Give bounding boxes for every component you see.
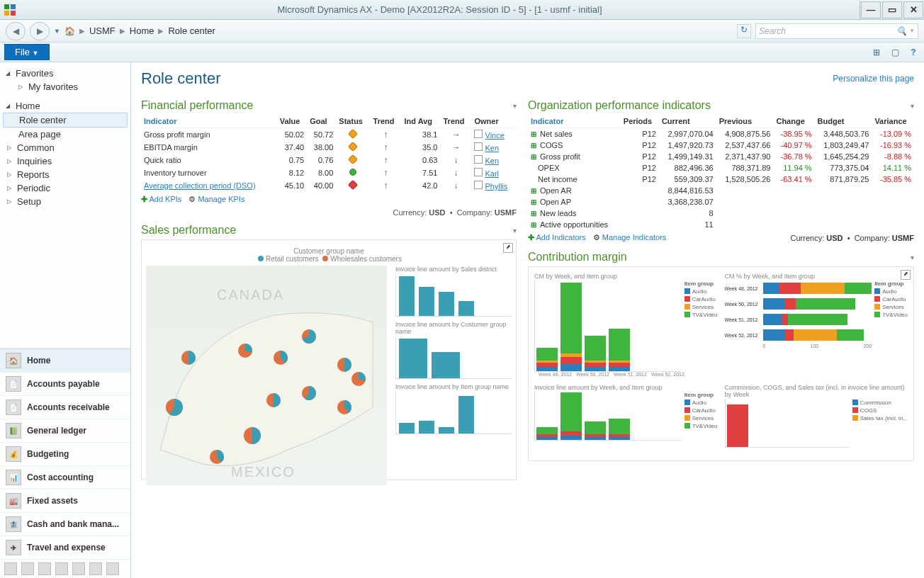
close-button[interactable]: ✕: [903, 1, 923, 18]
manage-kpi-link[interactable]: ⚙ Manage KPIs: [188, 195, 244, 204]
minimize-button[interactable]: —: [861, 1, 881, 18]
table-row[interactable]: ⊞Open AR 8,844,816.53: [528, 185, 914, 196]
module-home[interactable]: 🏠Home: [0, 349, 130, 373]
forward-button[interactable]: ▶: [30, 22, 50, 40]
file-menu[interactable]: File ▼: [4, 44, 50, 60]
refresh-button[interactable]: ↻: [737, 24, 751, 38]
nav-area-page[interactable]: Area page: [3, 128, 128, 141]
breadcrumb-item[interactable]: Home: [130, 26, 154, 36]
table-row[interactable]: ⊞Net sales P122,997,070.044,908,875.56 -…: [528, 128, 914, 140]
title-bar: Microsoft Dynamics AX - Demo [AX2012R2A:…: [0, 0, 924, 20]
mini-chart-3[interactable]: Invoice line amount by Item group name: [395, 383, 512, 434]
table-row[interactable]: Average collection period (DSO) 45.1040.…: [141, 179, 517, 192]
module-gl[interactable]: 📗General ledger: [0, 419, 130, 443]
cash-icon: 🏦: [6, 516, 21, 532]
contrib-title[interactable]: Contribution margin▾: [528, 251, 914, 264]
nav-inquiries[interactable]: ▷Inquiries: [3, 154, 128, 168]
search-icon[interactable]: 🔍: [896, 26, 907, 36]
table-row[interactable]: EBITDA margin 37.4038.00 ↑ 35.0 → Ken: [141, 141, 517, 154]
window-controls: — ▭ ✕: [860, 1, 924, 19]
table-row[interactable]: ⊞New leads 8: [528, 208, 914, 219]
maximize-button[interactable]: ▭: [882, 1, 902, 18]
ar-icon: 📄: [6, 400, 21, 415]
module-cash[interactable]: 🏦Cash and bank mana...: [0, 513, 130, 536]
travel-icon: ✈: [6, 540, 21, 555]
finperf-title[interactable]: Financial performance▾: [141, 99, 517, 112]
popout-icon[interactable]: ⬈: [503, 243, 513, 253]
salesperf-title[interactable]: Sales performance▾: [141, 224, 517, 237]
finperf-table: Indicator Value Goal Status Trend Ind Av…: [141, 115, 517, 192]
svg-rect-2: [4, 11, 9, 16]
module-travel[interactable]: ✈Travel and expense: [0, 536, 130, 560]
cost-icon: 📊: [6, 470, 21, 485]
map-legend: Customer group name Retail customers Who…: [146, 244, 512, 266]
module-fa[interactable]: 🏭Fixed assets: [0, 489, 130, 513]
nav-periodic[interactable]: ▷Periodic: [3, 181, 128, 195]
home-icon[interactable]: 🏠: [64, 26, 75, 36]
view-icon[interactable]: ⊞: [870, 46, 883, 59]
nav-setup[interactable]: ▷Setup: [3, 195, 128, 208]
table-row[interactable]: ⊞Gross profit P121,499,149.312,371,437.9…: [528, 151, 914, 162]
table-row[interactable]: Gross profit margin 50.0250.72 ↑ 38.1 → …: [141, 128, 517, 142]
nav-common[interactable]: ▷Common: [3, 141, 128, 154]
personalize-link[interactable]: Personalize this page: [833, 74, 914, 84]
back-button[interactable]: ◀: [6, 22, 26, 40]
table-row[interactable]: OPEX P12882,496.36788,371.89 11.94 %773,…: [528, 162, 914, 174]
page-title: Role center: [141, 69, 221, 88]
dropdown-icon[interactable]: ▼: [54, 28, 60, 35]
nav-tree: ◢Favorites ▷My favorites ◢Home Role cent…: [0, 62, 130, 218]
app-logo-icon: [0, 0, 20, 20]
content: Role center Personalize this page Financ…: [131, 62, 924, 578]
invoice-week-chart[interactable]: Invoice line amount by Week, and Item gr…: [534, 384, 718, 448]
table-row[interactable]: Quick ratio 0.750.76 ↑ 0.63 ↓ Ken: [141, 154, 517, 166]
table-row[interactable]: ⊞Open AP 3,368,238.07: [528, 196, 914, 208]
svg-rect-1: [11, 4, 16, 9]
contrib-chart: ⬈ CM by Week, and Item group: [528, 266, 914, 461]
home-icon: 🏠: [6, 353, 21, 368]
popout-icon[interactable]: ⬈: [901, 270, 911, 280]
table-row[interactable]: ⊞COGS P121,497,920.732,537,437.66 -40.97…: [528, 140, 914, 151]
cm-week-chart[interactable]: CM by Week, and Item group Item group: [534, 273, 718, 377]
main-area: ◢Favorites ▷My favorites ◢Home Role cent…: [0, 62, 924, 578]
orgperf-title[interactable]: Organization performance indicators▾: [528, 99, 914, 112]
orgperf-table: Indicator Periods Current Previous Chang…: [528, 115, 914, 230]
nav-home[interactable]: ◢Home: [3, 99, 128, 113]
table-row[interactable]: Net income P12559,309.371,528,505.26 -63…: [528, 174, 914, 185]
module-list: 🏠Home 📄Accounts payable 📄Accounts receiv…: [0, 348, 130, 578]
svg-rect-0: [4, 4, 9, 9]
add-kpi-link[interactable]: ✚ Add KPIs: [141, 195, 181, 204]
nav-role-center[interactable]: Role center: [3, 113, 128, 128]
module-budget[interactable]: 💰Budgeting: [0, 443, 130, 466]
breadcrumb-item[interactable]: USMF: [89, 26, 116, 36]
manage-indicator-link[interactable]: ⚙ Manage Indicators: [593, 233, 667, 242]
table-row[interactable]: Inventory turnover 8.128.00 ↑ 7.51 ↓ Kar…: [141, 166, 517, 179]
nav-reports[interactable]: ▷Reports: [3, 168, 128, 181]
fa-icon: 🏭: [6, 493, 21, 509]
nav-my-favorites[interactable]: ▷My favorites: [3, 80, 128, 94]
menu-bar: File ▼ ⊞ ▢ ?: [0, 42, 924, 62]
module-ar[interactable]: 📄Accounts receivable: [0, 396, 130, 419]
sidebar: ◢Favorites ▷My favorites ◢Home Role cent…: [0, 62, 131, 578]
svg-rect-3: [11, 11, 16, 16]
window-title: Microsoft Dynamics AX - Demo [AX2012R2A:…: [20, 4, 860, 15]
budget-icon: 💰: [6, 446, 21, 462]
module-ap[interactable]: 📄Accounts payable: [0, 373, 130, 396]
add-indicator-link[interactable]: ✚ Add Indicators: [528, 233, 586, 242]
commission-chart[interactable]: Commission, COGS, and Sales tax (incl. i…: [725, 384, 908, 448]
search-input[interactable]: Search 🔍 ▼: [755, 23, 918, 39]
breadcrumb-item[interactable]: Role center: [168, 26, 215, 36]
search-dropdown-icon[interactable]: ▼: [909, 28, 915, 34]
sales-chart: ⬈ Customer group name Retail customers W…: [141, 239, 517, 480]
module-cost[interactable]: 📊Cost accounting: [0, 466, 130, 489]
sales-map[interactable]: CANADA UNITED STATES MEXICO: [146, 266, 387, 485]
module-overflow[interactable]: [0, 560, 130, 578]
cmpct-week-chart[interactable]: CM % by Week, and Item group Week 48, 20…: [725, 273, 908, 377]
help-icon[interactable]: ?: [907, 46, 920, 59]
window-icon[interactable]: ▢: [889, 46, 901, 59]
table-row[interactable]: ⊞Active opportunities 11: [528, 219, 914, 230]
mini-chart-1[interactable]: Invoice line amount by Sales district: [395, 266, 512, 317]
nav-favorites[interactable]: ◢Favorites: [3, 67, 128, 80]
mini-chart-2[interactable]: Invoice line amount by Customer group na…: [395, 321, 512, 379]
breadcrumb: USMF▶ Home▶ Role center: [89, 26, 733, 36]
ap-icon: 📄: [6, 376, 21, 392]
